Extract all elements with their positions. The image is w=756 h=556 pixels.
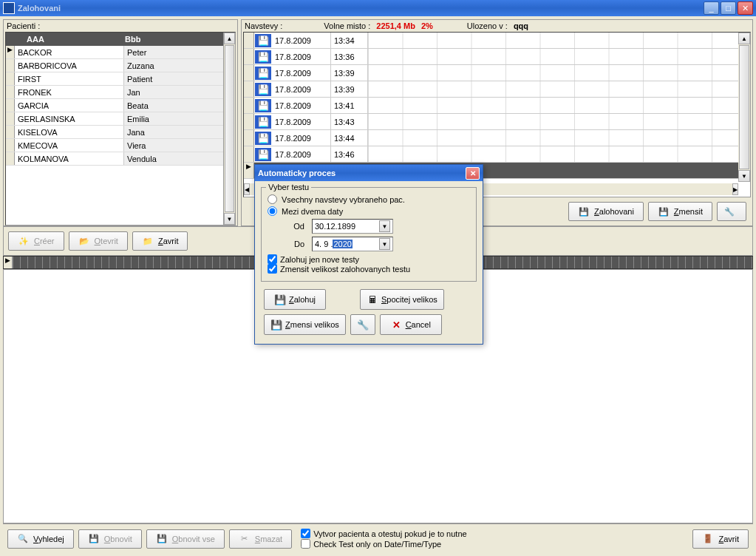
vyhledej-button[interactable]: 🔍Vyhledej	[7, 529, 74, 549]
patients-label: Pacienti :	[4, 20, 237, 32]
folder-icon: 📁	[142, 235, 154, 247]
patients-scrollbar[interactable]: ▲ ▼	[223, 33, 235, 225]
scroll-right-icon[interactable]: ▶	[732, 183, 738, 195]
tool-dialog-button[interactable]: 🔧	[350, 314, 375, 335]
door-icon: 🚪	[702, 533, 714, 545]
vyber-testu-fieldset: Vyber testu Vsechny navstevy vybraneho p…	[261, 187, 477, 282]
disk-icon	[255, 50, 271, 64]
visits-vscrollbar[interactable]: ▲ ▼	[738, 33, 750, 182]
timeline-indicator	[4, 257, 13, 268]
do-date-input[interactable]: 4. 9 .2020 ▼	[312, 237, 393, 251]
zalohuj-button[interactable]: 💾Zalohuj	[264, 289, 326, 310]
chk-backup-new[interactable]: Zalohuj jen nove testy	[268, 254, 470, 264]
disk-icon	[255, 132, 271, 145]
visit-row[interactable]: 17.8.200913:39	[244, 81, 750, 98]
fieldset-legend: Vyber testu	[266, 183, 311, 191]
zalohovani-button[interactable]: 💾Zalohovani	[568, 202, 644, 221]
visit-row[interactable]: 17.8.200913:43	[244, 114, 750, 130]
zavrit-button[interactable]: 📁Zavrit	[132, 231, 188, 251]
restore-icon: 💾	[88, 533, 100, 545]
visit-row[interactable]: 17.8.200913:46	[244, 146, 750, 163]
minimize-button[interactable]: _	[704, 1, 719, 15]
visit-row[interactable]: 17.8.200913:34	[244, 33, 750, 49]
od-date-input[interactable]: 30.12.1899 ▼	[312, 219, 393, 234]
vscroll-thumb[interactable]	[739, 45, 749, 169]
zavrit-bottom-button[interactable]: 🚪Zavrit	[692, 529, 749, 549]
maximize-button[interactable]: □	[721, 1, 736, 15]
smazat-button[interactable]: ✂Smazat	[229, 529, 292, 549]
scroll-left-icon[interactable]: ◀	[244, 183, 250, 195]
dialog-titlebar[interactable]: Automaticky proces ✕	[255, 165, 483, 181]
disk-icon: 💾	[578, 206, 590, 217]
scroll-up-icon[interactable]: ▲	[738, 33, 750, 44]
free-space-label: Volne misto :	[324, 21, 370, 30]
window-title: Zalohovani	[18, 4, 702, 13]
cancel-button[interactable]: ✕Cancel	[380, 314, 442, 335]
dropdown-icon[interactable]: ▼	[379, 220, 390, 232]
saved-in-label: Ulozeno v :	[467, 21, 508, 30]
dropdown-icon[interactable]: ▼	[379, 238, 390, 250]
do-label: Do	[288, 240, 304, 248]
col-name: Bbb	[122, 35, 223, 44]
saved-in-value: qqq	[514, 21, 528, 30]
free-space-pct: 2%	[421, 21, 433, 30]
close-button[interactable]: ✕	[738, 1, 753, 15]
sparkle-icon: ✨	[18, 235, 30, 247]
disk-icon	[255, 34, 271, 47]
bottom-toolbar: 🔍Vyhledej 💾Obnovit 💾Obnovit vse ✂Smazat …	[3, 523, 753, 553]
patients-grid[interactable]: AAA Bbb BACKORPeter BARBORICOVAZuzana FI…	[5, 32, 236, 226]
visit-row[interactable]: 17.8.200913:41	[244, 98, 750, 114]
tool-button[interactable]: 🔧	[717, 202, 746, 221]
tool-icon: 🔧	[723, 206, 735, 217]
patient-row[interactable]: KISELOVAJana	[6, 126, 223, 139]
zmensi-button[interactable]: 💾Zmensi velikos	[264, 314, 346, 335]
patient-row[interactable]: FIRSTPatient	[6, 72, 223, 86]
scroll-thumb[interactable]	[225, 45, 234, 212]
radio-between-dates[interactable]: Mezi dvema daty	[268, 206, 470, 216]
patient-row[interactable]: GARCIABeata	[6, 99, 223, 112]
chk-create-patient[interactable]: Vytvor pacienta a otestuj pokud je to nu…	[301, 529, 467, 538]
otevrit-button[interactable]: 📂Otevrit	[69, 231, 128, 251]
cancel-icon: ✕	[391, 319, 403, 330]
col-surname: AAA	[15, 35, 122, 44]
disk-icon	[255, 99, 271, 112]
radio-all-visits[interactable]: Vsechny navstevy vybraneho pac.	[268, 194, 470, 204]
delete-icon: ✂	[239, 533, 251, 545]
dialog-title: Automaticky proces	[258, 169, 336, 177]
search-icon: 🔍	[17, 533, 29, 545]
window-titlebar: Zalohovani _ □ ✕	[0, 0, 756, 16]
patient-row[interactable]: GERLASINSKAEmilia	[6, 112, 223, 126]
obnovit-button[interactable]: 💾Obnovit	[78, 529, 142, 549]
chk-check-test[interactable]: Check Test only on Date/Time/Type	[301, 539, 467, 549]
chk-shrink-size[interactable]: Zmensit velikost zalohovanych testu	[268, 264, 470, 274]
patients-header: AAA Bbb	[6, 33, 223, 46]
scroll-down-icon[interactable]: ▼	[224, 213, 235, 225]
spocitej-button[interactable]: 🖩Spocitej velikos	[360, 289, 444, 310]
patient-row[interactable]: KMECOVAViera	[6, 139, 223, 152]
scroll-up-icon[interactable]: ▲	[224, 33, 235, 44]
disk-icon: 💾	[274, 294, 286, 305]
visit-row[interactable]: 17.8.200913:36	[244, 49, 750, 65]
creer-button[interactable]: ✨Créer	[8, 231, 64, 251]
calc-icon: 🖩	[367, 294, 378, 305]
patient-row[interactable]: FRONEKJan	[6, 86, 223, 99]
dialog-close-button[interactable]: ✕	[466, 167, 480, 180]
obnovit-vse-button[interactable]: 💾Obnovit vse	[146, 529, 225, 549]
od-label: Od	[288, 222, 304, 231]
patient-row[interactable]: BACKORPeter	[6, 46, 223, 59]
patient-row[interactable]: KOLMANOVAVendula	[6, 152, 223, 166]
free-space-value: 2251,4 Mb	[376, 21, 415, 30]
disk-icon	[255, 83, 271, 96]
scroll-down-icon[interactable]: ▼	[738, 170, 750, 182]
disk-icon	[255, 115, 271, 129]
restore-all-icon: 💾	[156, 533, 168, 545]
visit-row[interactable]: 17.8.200913:39	[244, 65, 750, 81]
visit-row[interactable]: 17.8.200913:44	[244, 130, 750, 146]
tool-icon: 🔧	[357, 319, 369, 330]
auto-process-dialog: Automaticky proces ✕ Vyber testu Vsechny…	[254, 164, 483, 345]
app-icon	[3, 2, 15, 14]
zmensit-button[interactable]: 💾Zmensit	[648, 202, 712, 221]
patients-panel: Pacienti : AAA Bbb BACKORPeter BARBORICO…	[3, 19, 238, 226]
patient-row[interactable]: BARBORICOVAZuzana	[6, 59, 223, 72]
visits-label: Navstevy :	[245, 21, 282, 30]
